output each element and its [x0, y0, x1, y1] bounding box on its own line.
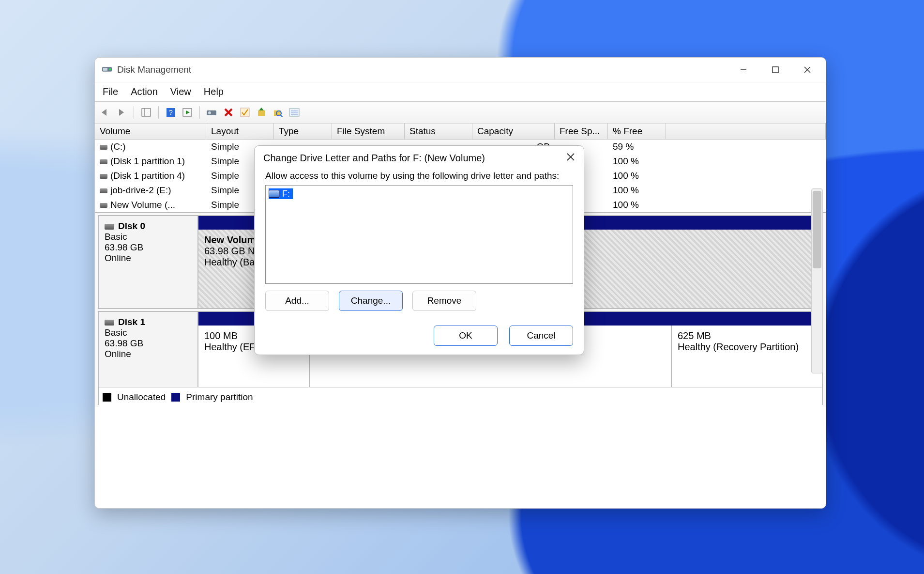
partition-size: 625 MB [678, 330, 816, 341]
menu-view[interactable]: View [170, 86, 191, 97]
check-icon[interactable] [239, 106, 251, 119]
volume-icon [100, 203, 107, 208]
svg-point-14 [208, 111, 211, 114]
volume-icon [100, 145, 107, 150]
svg-rect-22 [289, 109, 299, 116]
add-button[interactable]: Add... [265, 291, 329, 311]
disk-icon [105, 224, 114, 230]
change-button[interactable]: Change... [339, 291, 403, 311]
window-title: Disk Management [117, 64, 191, 75]
toolbar-divider [199, 106, 200, 119]
legend-swatch-primary [171, 393, 180, 402]
drive-letter-label: F: [282, 189, 290, 199]
col-status[interactable]: Status [405, 124, 472, 139]
volume-pctfree: 100 % [608, 184, 666, 197]
svg-rect-18 [258, 110, 265, 116]
app-icon [102, 64, 112, 75]
minimize-button[interactable] [740, 66, 747, 74]
volume-icon [100, 174, 107, 179]
help-icon[interactable]: ? [165, 106, 177, 119]
legend-label: Unallocated [117, 392, 166, 403]
disk-info: Disk 0 Basic 63.98 GB Online [99, 216, 198, 308]
partition-status: Healthy (Recovery Partition) [678, 341, 816, 353]
cancel-button[interactable]: Cancel [509, 326, 573, 346]
disk-status: Online [105, 349, 192, 359]
menu-help[interactable]: Help [204, 86, 224, 97]
disk-type: Basic [105, 327, 192, 338]
col-freespace[interactable]: Free Sp... [555, 124, 608, 139]
col-volume[interactable]: Volume [95, 124, 206, 139]
disk-name: Disk 1 [118, 317, 145, 327]
disk-status: Online [105, 253, 192, 264]
col-filesystem[interactable]: File System [332, 124, 405, 139]
volume-name: New Volume (... [110, 200, 175, 210]
volume-pctfree: 59 % [608, 140, 666, 153]
disk-icon [105, 320, 114, 326]
volume-list-header: Volume Layout Type File System Status Ca… [95, 124, 826, 140]
drive-icon [269, 190, 279, 198]
properties-icon[interactable] [206, 106, 218, 119]
volume-name: job-drive-2 (E:) [110, 185, 171, 195]
maximize-button[interactable] [772, 66, 779, 74]
ok-button[interactable]: OK [434, 326, 498, 346]
svg-marker-12 [186, 110, 190, 114]
disk-size: 63.98 GB [105, 242, 192, 253]
col-capacity[interactable]: Capacity [472, 124, 555, 139]
svg-rect-1 [103, 68, 107, 71]
remove-button[interactable]: Remove [412, 291, 476, 311]
svg-rect-17 [241, 108, 249, 117]
svg-rect-7 [142, 109, 151, 116]
col-layout[interactable]: Layout [206, 124, 274, 139]
volume-name: (Disk 1 partition 1) [110, 156, 185, 166]
dialog-close-button[interactable] [566, 153, 575, 164]
svg-point-2 [109, 68, 111, 70]
col-pctfree[interactable]: % Free [608, 124, 666, 139]
titlebar[interactable]: Disk Management [95, 58, 826, 82]
back-icon[interactable] [99, 106, 111, 119]
disk-size: 63.98 GB [105, 338, 192, 349]
list-icon[interactable] [288, 106, 301, 119]
volume-icon [100, 188, 107, 193]
col-spacer [666, 124, 826, 139]
menu-file[interactable]: File [103, 86, 118, 97]
volume-pctfree: 100 % [608, 170, 666, 182]
svg-text:?: ? [169, 109, 173, 116]
close-button[interactable] [803, 66, 811, 74]
create-icon[interactable] [255, 106, 268, 119]
toolbar-divider [158, 106, 159, 119]
volume-pctfree: 100 % [608, 155, 666, 168]
volume-pctfree: 100 % [608, 199, 666, 211]
legend-swatch-unallocated [103, 393, 111, 402]
dialog-description: Allow access to this volume by using the… [265, 171, 573, 181]
vertical-scrollbar[interactable] [811, 188, 823, 373]
dialog-title: Change Drive Letter and Paths for F: (Ne… [263, 153, 485, 164]
show-hide-tree-icon[interactable] [140, 106, 152, 119]
col-type[interactable]: Type [274, 124, 332, 139]
drive-letter-item-selected[interactable]: F: [269, 188, 293, 199]
refresh-icon[interactable] [181, 106, 194, 119]
disk-type: Basic [105, 232, 192, 242]
legend: Unallocated Primary partition [99, 387, 822, 407]
legend-label: Primary partition [186, 392, 253, 403]
change-drive-letter-dialog: Change Drive Letter and Paths for F: (Ne… [254, 145, 584, 355]
forward-icon[interactable] [115, 106, 128, 119]
explore-icon[interactable] [272, 106, 284, 119]
volume-icon [100, 159, 107, 164]
scrollbar-thumb[interactable] [813, 191, 821, 268]
menubar: File Action View Help [95, 82, 826, 101]
volume-name: (Disk 1 partition 4) [110, 171, 185, 181]
delete-icon[interactable] [222, 106, 235, 119]
menu-action[interactable]: Action [131, 86, 158, 97]
toolbar: ? [95, 101, 826, 124]
svg-line-21 [281, 115, 283, 117]
drive-letter-listbox[interactable]: F: [265, 185, 573, 284]
disk-name: Disk 0 [118, 221, 145, 231]
toolbar-divider [134, 106, 134, 119]
svg-rect-4 [773, 67, 778, 73]
volume-name: (C:) [110, 141, 126, 152]
